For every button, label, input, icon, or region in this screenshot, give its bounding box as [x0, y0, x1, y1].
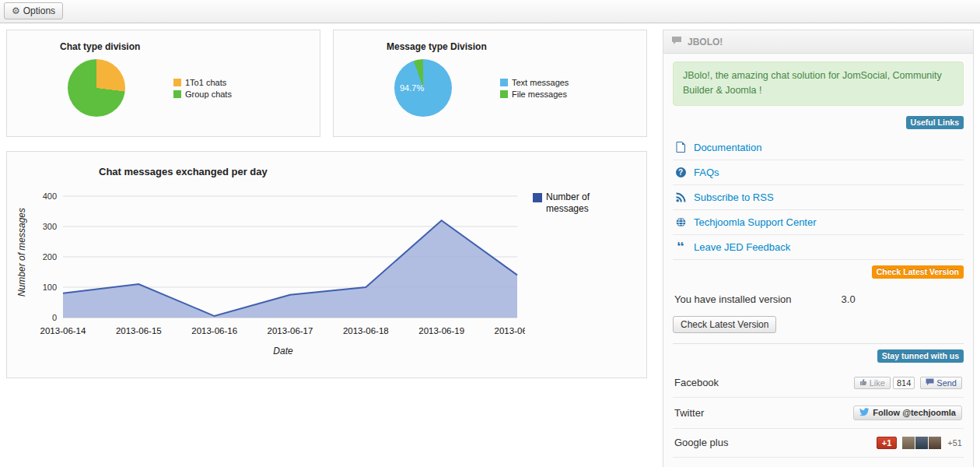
legend-label: Text messages	[512, 78, 569, 87]
twitter-bird-icon	[859, 408, 870, 418]
legend-item: Text messages	[500, 78, 569, 87]
facebook-like-count: 814	[893, 377, 915, 389]
success-alert: JBolo!, the amazing chat solution for Jo…	[673, 61, 964, 106]
pie-slice-label: 94.7%	[400, 83, 424, 93]
link-label: Subscribe to RSS	[694, 191, 774, 203]
question-icon: ?	[674, 167, 687, 177]
messages-line-chart: 01002003004002013-06-142013-06-152013-06…	[27, 188, 525, 343]
legend-swatch	[500, 79, 508, 86]
link-documentation[interactable]: Documentation	[673, 135, 964, 160]
speech-bubble-icon	[926, 378, 934, 388]
send-label: Send	[936, 378, 957, 388]
messages-legend-label: Number of messages	[546, 191, 603, 215]
x-axis-label: Date	[16, 346, 514, 356]
avatar	[902, 437, 915, 449]
messages-chart-panel: Chat messages exchanged per day Number o…	[6, 151, 647, 378]
legend-item: File messages	[500, 90, 569, 99]
chat-type-pie	[68, 59, 125, 117]
chat-type-title: Chat type division	[60, 41, 312, 52]
messages-legend-swatch	[533, 193, 542, 202]
svg-text:400: 400	[43, 191, 57, 201]
google-plus-count: +51	[947, 438, 962, 448]
check-latest-badge: Check Latest Version	[872, 265, 964, 279]
facebook-row: Facebook Like 814 Send	[673, 369, 964, 398]
legend-label: 1To1 chats	[185, 78, 226, 87]
twitter-follow-button[interactable]: Follow @techjoomla	[853, 406, 962, 420]
avatar	[915, 437, 928, 449]
link-jed-feedback[interactable]: “ Leave JED Feedback	[673, 235, 964, 260]
chat-type-panel: Chat type division 1To1 chatsGroup chats	[6, 30, 320, 137]
messages-chart-title: Chat messages exchanged per day	[99, 166, 637, 177]
globe-icon	[674, 217, 687, 227]
quote-icon: “	[674, 242, 687, 251]
facebook-like-button[interactable]: Like	[854, 377, 891, 389]
svg-text:300: 300	[43, 222, 57, 231]
facebook-label: Facebook	[674, 377, 719, 388]
legend-swatch	[173, 90, 181, 98]
link-label: Leave JED Feedback	[694, 241, 790, 253]
svg-text:2013-06-17: 2013-06-17	[268, 326, 313, 335]
legend-label: Group chats	[185, 90, 232, 99]
twitter-label: Twitter	[674, 407, 704, 419]
document-icon	[674, 142, 687, 153]
svg-text:2013-06-18: 2013-06-18	[343, 326, 389, 335]
link-support-center[interactable]: Techjoomla Support Center	[673, 210, 964, 235]
version-label: You have installed version	[674, 293, 792, 305]
version-value: 3.0	[842, 293, 856, 305]
link-label: Techjoomla Support Center	[694, 216, 817, 228]
legend-swatch	[173, 79, 181, 86]
follow-label: Follow @techjoomla	[873, 408, 956, 417]
options-label: Options	[23, 5, 55, 16]
sidebar-header: JBOLO!	[663, 30, 973, 54]
y-axis-label: Number of messages	[16, 208, 27, 297]
google-plus-avatars	[902, 437, 941, 449]
message-type-title: Message type Division	[387, 41, 639, 52]
link-rss[interactable]: Subscribe to RSS	[673, 185, 964, 210]
svg-text:2013-06-16: 2013-06-16	[191, 326, 237, 335]
message-type-legend: Text messagesFile messages	[500, 75, 569, 101]
sidebar-title: JBOLO!	[688, 37, 723, 47]
thumb-up-icon	[859, 378, 867, 388]
svg-text:100: 100	[43, 283, 57, 292]
link-faqs[interactable]: ? FAQs	[673, 160, 964, 185]
avatar	[929, 437, 941, 449]
twitter-row: Twitter Follow @techjoomla	[673, 398, 964, 429]
chat-bubble-icon	[671, 36, 682, 47]
chat-type-legend: 1To1 chatsGroup chats	[173, 75, 232, 101]
google-plus-one-button[interactable]: +1	[877, 437, 898, 449]
messages-legend: Number of messages	[533, 191, 603, 215]
check-latest-version-button[interactable]: Check Latest Version	[673, 316, 776, 333]
options-button[interactable]: ⚙ Options	[4, 2, 63, 19]
svg-text:2013-06-14: 2013-06-14	[40, 326, 86, 335]
legend-label: File messages	[512, 90, 567, 99]
legend-swatch	[500, 90, 508, 98]
legend-item: 1To1 chats	[173, 78, 232, 87]
facebook-send-button[interactable]: Send	[920, 377, 962, 389]
toolbar: ⚙ Options	[0, 0, 980, 23]
main-content: Chat type division 1To1 chatsGroup chats…	[6, 30, 647, 378]
legend-item: Group chats	[173, 90, 232, 99]
google-plus-label: Google plus	[674, 437, 728, 448]
sidebar-footer: Techjoomla For All things Joomla !™ Copy…	[673, 458, 964, 467]
google-plus-row: Google plus +1 +51	[673, 429, 964, 458]
like-label: Like	[870, 378, 885, 388]
svg-text:2013-06-15: 2013-06-15	[116, 326, 162, 335]
rss-icon	[674, 192, 687, 202]
stay-tuned-badge: Stay tunned with us	[877, 349, 964, 363]
link-label: FAQs	[694, 167, 719, 178]
svg-text:2013-06-19: 2013-06-19	[418, 326, 464, 335]
gear-icon: ⚙	[12, 6, 20, 16]
message-type-panel: Message type Division 94.7% Text message…	[333, 30, 647, 137]
svg-text:2013-06-20: 2013-06-20	[495, 326, 525, 335]
svg-text:200: 200	[43, 252, 57, 262]
sidebar: JBOLO! JBolo!, the amazing chat solution…	[663, 30, 974, 467]
svg-text:0: 0	[52, 313, 57, 322]
link-label: Documentation	[694, 142, 761, 153]
useful-links-badge: Useful Links	[906, 116, 964, 129]
